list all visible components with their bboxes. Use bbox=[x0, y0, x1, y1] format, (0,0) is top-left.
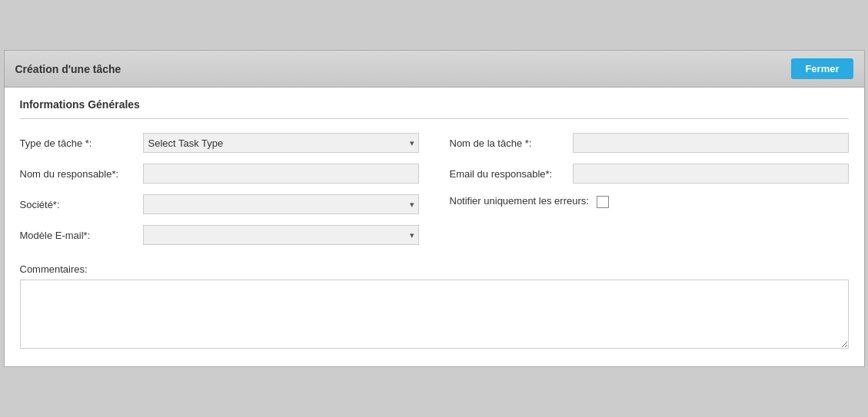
responsible-name-row: Nom du responsable*: bbox=[20, 164, 419, 184]
section-divider bbox=[20, 118, 849, 119]
societe-row: Société*: bbox=[20, 194, 419, 214]
task-type-select-wrapper: Select Task Type bbox=[143, 133, 419, 153]
left-column: Type de tâche *: Select Task Type Nom du… bbox=[20, 133, 419, 256]
notify-checkbox[interactable] bbox=[597, 196, 609, 208]
modal-title: Création d'une tâche bbox=[15, 63, 121, 75]
notify-row: Notifier uniquement les erreurs: bbox=[450, 194, 849, 208]
modal-body: Informations Générales Type de tâche *: … bbox=[5, 88, 864, 366]
task-type-row: Type de tâche *: Select Task Type bbox=[20, 133, 419, 153]
email-model-select[interactable] bbox=[143, 225, 419, 245]
comments-label: Commentaires: bbox=[20, 263, 849, 275]
comments-textarea[interactable] bbox=[20, 280, 849, 349]
task-name-input[interactable] bbox=[573, 133, 849, 153]
notify-label: Notifier uniquement les erreurs: bbox=[450, 194, 597, 208]
task-type-select[interactable]: Select Task Type bbox=[143, 133, 419, 153]
section-title: Informations Générales bbox=[20, 98, 849, 111]
task-name-label: Nom de la tâche *: bbox=[450, 137, 573, 149]
responsible-name-label: Nom du responsable*: bbox=[20, 168, 143, 180]
modal-header: Création d'une tâche Fermer bbox=[5, 51, 864, 88]
email-model-label: Modèle E-mail*: bbox=[20, 230, 143, 241]
task-type-label: Type de tâche *: bbox=[20, 137, 143, 149]
right-column: Nom de la tâche *: Email du responsable*… bbox=[450, 133, 849, 256]
responsible-email-input[interactable] bbox=[573, 164, 849, 184]
email-model-row: Modèle E-mail*: bbox=[20, 225, 419, 245]
form-grid: Type de tâche *: Select Task Type Nom du… bbox=[20, 133, 849, 256]
responsible-name-input[interactable] bbox=[143, 164, 419, 184]
societe-select[interactable] bbox=[143, 194, 419, 214]
close-button[interactable]: Fermer bbox=[791, 58, 853, 79]
modal-container: Création d'une tâche Fermer Informations… bbox=[4, 50, 865, 367]
societe-label: Société*: bbox=[20, 199, 143, 210]
responsible-email-row: Email du responsable*: bbox=[450, 164, 849, 184]
task-name-row: Nom de la tâche *: bbox=[450, 133, 849, 153]
email-model-select-wrapper bbox=[143, 225, 419, 245]
comments-section: Commentaires: bbox=[20, 263, 849, 351]
societe-select-wrapper bbox=[143, 194, 419, 214]
responsible-email-label: Email du responsable*: bbox=[450, 168, 573, 180]
